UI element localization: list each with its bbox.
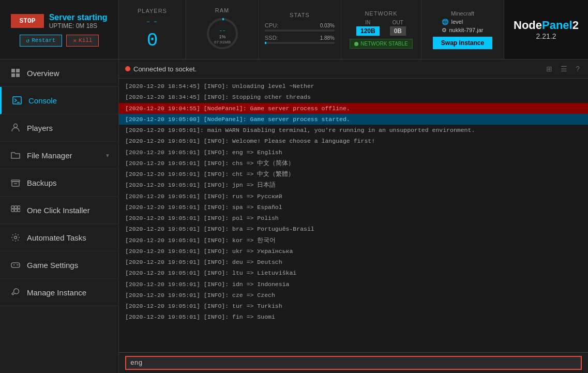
sidebar-item-manage-instance[interactable]: Manage Instance <box>0 279 118 306</box>
socket-status: Connected to socket. <box>125 65 197 73</box>
network-in-box: IN 120B <box>356 20 380 36</box>
stop-button[interactable]: STOP <box>11 14 43 28</box>
console-log[interactable]: [2020-12-20 18:54:45] [INFO]: Unloading … <box>119 79 588 352</box>
log-line: [2020-12-20 19:05:01] [INFO]: pol => Pol… <box>119 213 588 223</box>
socket-text: Connected to socket. <box>133 65 197 73</box>
log-line: [2020-12-20 19:05:01] [INFO]: ukr => Укр… <box>119 246 588 257</box>
ram-label: RAM <box>215 7 229 13</box>
chevron-down-icon: ▼ <box>105 153 110 158</box>
log-line: [2020-12-20 19:05:01] [INFO]: jpn => 日本語 <box>119 180 588 190</box>
console-input[interactable] <box>125 356 582 370</box>
cog-icon <box>10 232 21 243</box>
players-sidebar-label: Players <box>27 124 53 132</box>
file-manager-label: File Manager <box>27 151 72 160</box>
sidebar-item-automated[interactable]: Automated Tasks <box>0 224 118 251</box>
server-status: Server starting <box>49 13 108 22</box>
svg-text:1%: 1% <box>219 34 225 39</box>
automated-label: Automated Tasks <box>27 233 86 242</box>
cpu-label: CPU: <box>265 22 278 28</box>
players-label: PLAYERS <box>138 8 167 14</box>
sidebar-item-file-manager[interactable]: File Manager ▼ <box>0 142 118 169</box>
overview-label: Overview <box>27 69 59 78</box>
svg-rect-6 <box>16 69 20 72</box>
server-control-section: STOP Server starting UPTIME: 0M 18S ↺ Re… <box>0 0 119 59</box>
minecraft-title: Minecraft <box>451 10 474 17</box>
expand-icon-button[interactable]: ⊞ <box>544 64 554 74</box>
log-line: [2020-12-20 19:05:01] [INFO]: eng => Eng… <box>119 147 588 158</box>
globe-icon: 🌐 <box>442 19 449 25</box>
gamepad-icon <box>10 260 21 270</box>
svg-rect-18 <box>11 209 14 212</box>
console-input-area <box>119 352 588 373</box>
grid-icon <box>10 68 21 78</box>
console-area: Connected to socket. ⊞ ☰ ? [2020-12-20 1… <box>119 59 588 373</box>
network-title: NETWORK <box>365 10 397 17</box>
minecraft-widget: Minecraft 🌐 level ⚙ nukkit-797.jar Swap … <box>421 0 504 59</box>
out-value: 0B <box>390 26 406 36</box>
mc-jar: nukkit-797.jar <box>449 27 483 33</box>
ssd-stat-row: SSD: 1.88% <box>265 35 335 44</box>
top-bar: STOP Server starting UPTIME: 0M 18S ↺ Re… <box>0 0 588 59</box>
nodepanel-widget: NodePanel2 2.21.2 <box>504 0 588 59</box>
console-top-bar: Connected to socket. ⊞ ☰ ? <box>119 59 588 79</box>
svg-rect-15 <box>11 206 14 208</box>
out-label: OUT <box>393 20 403 25</box>
svg-rect-17 <box>18 206 20 208</box>
ssd-label: SSD: <box>265 35 278 41</box>
nodepanel-version: 2.21.2 <box>536 32 556 40</box>
kill-icon: ✕ <box>73 37 77 44</box>
terminal-icon <box>12 95 22 106</box>
svg-text:--: -- <box>219 27 225 34</box>
minecraft-info: 🌐 level ⚙ nukkit-797.jar <box>442 19 483 34</box>
log-line: [2020-12-20 19:05:01] [INFO]: fin => Suo… <box>119 311 588 322</box>
kill-button[interactable]: ✕ Kill <box>66 35 99 47</box>
svg-rect-19 <box>14 209 17 212</box>
apps-icon <box>10 205 21 215</box>
in-label: IN <box>365 20 370 25</box>
log-line: [2020-12-20 18:34:45] [INFO]: Stopping o… <box>119 92 588 102</box>
players-value: 0 <box>147 30 158 51</box>
log-line: [2020-12-20 19:05:01] [INFO]: bra => Por… <box>119 223 588 234</box>
manage-instance-label: Manage Instance <box>27 288 86 297</box>
network-widget: NETWORK IN 120B OUT 0B NETWORK STABLE <box>341 0 421 59</box>
network-io: IN 120B OUT 0B <box>356 20 406 36</box>
log-line: [2020-12-20 19:05:01] [INFO]: deu => Deu… <box>119 257 588 267</box>
log-line: [2020-12-20 19:05:01] [INFO]: spa => Esp… <box>119 202 588 213</box>
help-icon-button[interactable]: ? <box>574 64 582 74</box>
stats-widget: STATS CPU: 0.03% SSD: 1.88% <box>259 0 341 59</box>
cpu-stat-row: CPU: 0.03% <box>265 22 335 32</box>
log-line: [2020-12-20 19:05:01] [INFO]: cht => 中文（… <box>119 169 588 180</box>
console-icons: ⊞ ☰ ? <box>544 64 582 74</box>
cpu-bar-bg <box>265 29 335 32</box>
tool-icon <box>10 287 21 297</box>
stats-title: STATS <box>265 12 335 18</box>
log-line: [2020-12-20 19:04:55] [NodePanel]: Game … <box>119 103 588 114</box>
log-line: [2020-12-20 19:05:01] [INFO]: Welcome! P… <box>119 136 588 146</box>
svg-rect-16 <box>14 206 17 208</box>
players-dashes: -- <box>145 16 159 28</box>
log-line: [2020-12-20 19:05:01] [INFO]: idn => Ind… <box>119 279 588 290</box>
log-line: [2020-12-20 19:05:01] [INFO]: kor => 한국어 <box>119 235 588 246</box>
sidebar-item-console[interactable]: Console <box>0 87 118 114</box>
nodepanel-logo: NodePanel2 <box>514 19 579 32</box>
console-label: Console <box>28 96 57 105</box>
cpu-value: 0.03% <box>320 23 335 28</box>
sidebar-item-overview[interactable]: Overview <box>0 59 118 87</box>
network-out-box: OUT 0B <box>390 20 406 36</box>
archive-icon <box>10 177 21 188</box>
ram-widget: RAM -- 1% 67.91MB <box>186 0 259 59</box>
swap-instance-button[interactable]: Swap Instance <box>433 37 492 49</box>
log-line: [2020-12-20 18:54:45] [INFO]: Unloading … <box>119 81 588 92</box>
sidebar-item-game-settings[interactable]: Game Settings <box>0 251 118 279</box>
log-line: [2020-12-20 19:05:01]: main WARN Disabli… <box>119 125 588 136</box>
sidebar-item-one-click[interactable]: One Click Installer <box>0 197 118 224</box>
backups-label: Backups <box>27 178 57 187</box>
svg-rect-20 <box>18 209 20 212</box>
sidebar-item-backups[interactable]: Backups <box>0 169 118 197</box>
players-widget: PLAYERS -- 0 <box>119 0 186 59</box>
svg-point-26 <box>18 264 19 265</box>
restart-icon: ↺ <box>26 37 30 44</box>
restart-button[interactable]: ↺ Restart <box>20 35 63 47</box>
list-icon-button[interactable]: ☰ <box>559 64 569 74</box>
sidebar-item-players[interactable]: Players <box>0 114 118 142</box>
